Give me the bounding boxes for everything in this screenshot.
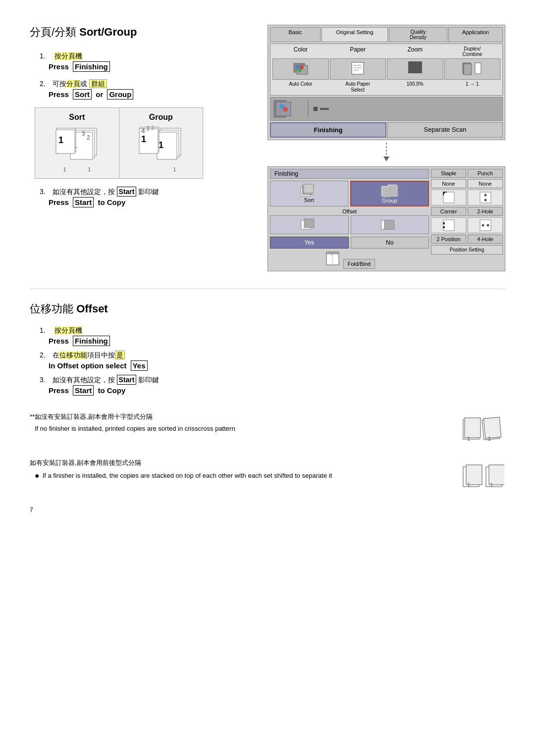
separate-scan-button[interactable]: Separate Scan bbox=[387, 122, 503, 138]
offset-icon2 bbox=[351, 215, 429, 234]
yes-button[interactable]: Yes bbox=[270, 237, 349, 249]
note1-icon: 1 1 bbox=[461, 412, 505, 446]
svg-rect-48 bbox=[384, 220, 394, 229]
step2-chinese: 2. 可按分頁或 群組 bbox=[40, 80, 253, 89]
svg-text:1: 1 bbox=[58, 135, 63, 145]
preview-icon bbox=[273, 100, 303, 118]
svg-text:4: 4 bbox=[141, 127, 145, 135]
duplex-label: Duplex/Combine bbox=[444, 46, 501, 57]
svg-rect-68 bbox=[483, 417, 501, 439]
finishing-button[interactable]: Finishing bbox=[270, 122, 386, 138]
copier-tabs: Basic Original Setting QualityDensity Ap… bbox=[270, 27, 503, 42]
zoom-value: 100.0% bbox=[387, 81, 443, 93]
tab-quality[interactable]: QualityDensity bbox=[389, 27, 447, 42]
svg-point-57 bbox=[484, 194, 486, 197]
svg-point-63 bbox=[482, 224, 484, 227]
footer-notes: **如沒有安裝訂裝器,副本會用十字型式分隔 If no finisher is … bbox=[30, 412, 505, 492]
step1: 1. 按分頁機 Press Finishing bbox=[40, 52, 253, 71]
punch-none[interactable]: None bbox=[468, 179, 503, 188]
staple-none[interactable]: None bbox=[431, 179, 466, 188]
fold-bind-button[interactable]: Fold/Bind bbox=[343, 259, 375, 269]
duplex-icon-cell: → bbox=[444, 58, 501, 80]
offset-no-icon bbox=[381, 218, 398, 232]
offset-step3-english: Press Start to Copy bbox=[49, 386, 505, 395]
fourhole-label[interactable]: 4-Hole bbox=[468, 235, 503, 244]
finishing-controls: Finishing Sort bbox=[270, 169, 429, 269]
svg-rect-66 bbox=[465, 418, 481, 438]
svg-point-35 bbox=[283, 107, 288, 112]
corner-label[interactable]: Corner bbox=[431, 207, 466, 216]
finishing-panel: Finishing Sort bbox=[268, 166, 505, 271]
note1-cn: **如沒有安裝訂裝器,副本會用十字型式分隔 bbox=[30, 412, 451, 422]
sort-group-diagram: Sort 1 1 3 2 1 1 bbox=[35, 107, 203, 179]
sort-icon bbox=[300, 183, 318, 197]
svg-text:1: 1 bbox=[467, 482, 470, 488]
tab-basic[interactable]: Basic bbox=[270, 27, 321, 42]
tab-original[interactable]: Original Setting bbox=[321, 27, 388, 42]
twohole-icon bbox=[468, 217, 503, 233]
svg-rect-40 bbox=[304, 184, 314, 193]
color-label: Color bbox=[272, 46, 329, 57]
note1-text: **如沒有安裝訂裝器,副本會用十字型式分隔 If no finisher is … bbox=[30, 412, 451, 434]
staple-large-icon bbox=[431, 217, 466, 233]
punch-label: Punch bbox=[468, 169, 503, 178]
svg-text:2: 2 bbox=[151, 126, 154, 131]
svg-rect-59 bbox=[443, 220, 454, 231]
svg-text:1: 1 bbox=[467, 436, 470, 442]
tab-application[interactable]: Application bbox=[448, 27, 503, 42]
sort-btn-label: Sort bbox=[304, 197, 314, 203]
no-button[interactable]: No bbox=[351, 237, 429, 249]
color-value: Auto Color bbox=[272, 81, 329, 93]
yes-no-row bbox=[270, 215, 429, 234]
group-btn-label: Group bbox=[382, 198, 397, 203]
sort-group-btns: Sort Group bbox=[270, 181, 429, 206]
dashed-arrow bbox=[268, 140, 505, 166]
duplex-icon: → bbox=[462, 61, 482, 75]
crisscross-icon: 1 1 bbox=[462, 412, 504, 444]
sort-illustration: 1 1 3 2 bbox=[54, 126, 99, 163]
offset-step3-chinese: 3. 如沒有其他設定，按 Start 影印鍵 bbox=[40, 376, 505, 385]
step1-chinese: 1. 按分頁機 bbox=[40, 52, 253, 61]
svg-rect-60 bbox=[443, 222, 445, 224]
copier-bottom-buttons: Finishing Separate Scan bbox=[270, 122, 503, 138]
sort-icon-btn[interactable]: Sort bbox=[270, 181, 348, 206]
svg-rect-24 bbox=[352, 62, 364, 74]
offset-section: 位移功能 Offset 1. 按分頁機 Press Finishing 2. 在… bbox=[30, 289, 505, 395]
step3-chinese: 3. 如沒有其他設定，按 Start 影印鍵 bbox=[40, 188, 253, 197]
svg-point-58 bbox=[484, 199, 486, 202]
step3: 3. 如沒有其他設定，按 Start 影印鍵 Press Start to Co… bbox=[40, 188, 253, 206]
svg-text:3: 3 bbox=[146, 126, 150, 132]
svg-rect-61 bbox=[443, 226, 445, 228]
offset-yes-icon bbox=[301, 218, 318, 232]
paper-icon bbox=[350, 61, 366, 75]
svg-marker-37 bbox=[383, 156, 389, 161]
offset-step2-chinese: 2. 在位移功能項目中按是 bbox=[40, 351, 505, 360]
group-cell: Group 1 1 4 3 2 1 bbox=[119, 108, 203, 178]
note2-row: 如有安裝訂裝器,副本會用前後型式分隔 ● If a finisher is in… bbox=[30, 458, 505, 492]
punch-icon bbox=[479, 191, 492, 204]
note1-row: **如沒有安裝訂裝器,副本會用十字型式分隔 If no finisher is … bbox=[30, 412, 505, 446]
paper-icon-cell bbox=[330, 58, 386, 80]
group-illustration: 1 1 4 3 2 bbox=[139, 126, 183, 163]
offset-step2-english: In Offset option select Yes bbox=[49, 361, 505, 370]
offset-step1: 1. 按分頁機 Press Finishing bbox=[40, 326, 505, 345]
note1-en: If no finisher is installed, printed cop… bbox=[35, 424, 451, 434]
offset-step2: 2. 在位移功能項目中按是 In Offset option select Ye… bbox=[40, 351, 505, 370]
twopos-label[interactable]: 2 Position bbox=[431, 235, 466, 244]
fold-bind-area: Fold/Bind bbox=[270, 251, 429, 269]
group-label: Group bbox=[124, 113, 198, 122]
twohole-label[interactable]: 2-Hole bbox=[468, 207, 503, 216]
svg-text:1: 1 bbox=[488, 436, 491, 442]
left-content: 分頁/分類 Sort/Group 1. 按分頁機 Press Finishing… bbox=[30, 20, 253, 206]
position-setting-btn[interactable]: Position Setting bbox=[431, 245, 503, 254]
staple-punch-panel: Staple Punch None None bbox=[431, 169, 503, 269]
zoom-block-icon bbox=[408, 61, 422, 73]
sort-cell: Sort 1 1 3 2 1 1 bbox=[35, 108, 119, 178]
sort-label: Sort bbox=[40, 113, 114, 122]
svg-rect-52 bbox=[443, 192, 454, 203]
svg-rect-56 bbox=[480, 192, 491, 203]
group-icon-btn[interactable]: Group bbox=[350, 181, 429, 206]
step3-english: Press Start to Copy bbox=[49, 198, 253, 206]
staple-icon-cell bbox=[431, 190, 466, 205]
note2-bullet: ● If a finisher is installed, the copies… bbox=[35, 471, 451, 481]
